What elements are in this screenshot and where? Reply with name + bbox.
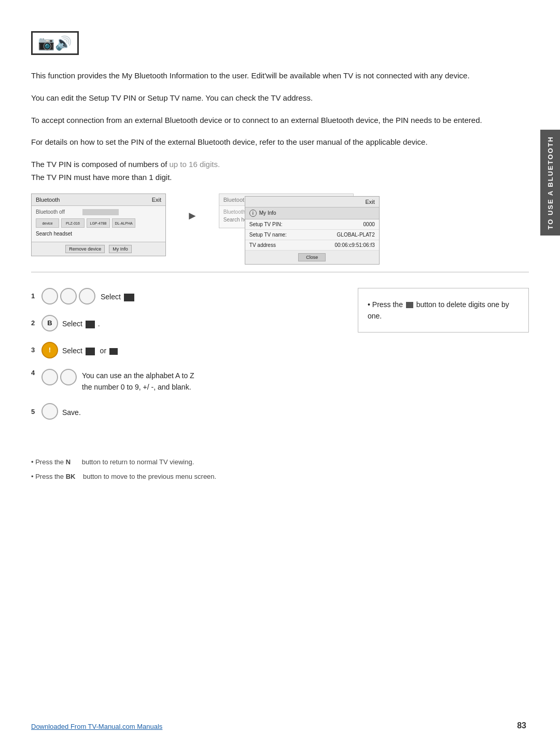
device-4: DL-ALPHA: [112, 218, 135, 228]
device-3: LGP-4788: [87, 218, 110, 228]
info-circle-icon: i: [249, 210, 257, 217]
step4-circles: [41, 369, 77, 385]
circle-1c: [79, 288, 95, 305]
paragraph-1: This function provides the My Bluetooth …: [31, 70, 529, 82]
steps-section: 1 Select 2 B Select . 3: [31, 288, 529, 431]
delete-hint-text: button to delete digits one by one.: [368, 300, 509, 320]
step-3-text: Select or: [62, 343, 119, 356]
remove-device-btn: Remove device: [65, 245, 105, 253]
popup-title-bar: Exit: [245, 197, 379, 208]
device-1: device: [36, 218, 59, 228]
setup-pin-row: Setup TV PIN: 0000: [245, 219, 379, 230]
bullet-dot: •: [368, 300, 370, 309]
exit-label-left: Exit: [152, 197, 161, 203]
my-info-btn: My Info: [109, 245, 132, 253]
popup-close-row: Close: [245, 251, 379, 264]
page-number: 83: [517, 721, 526, 730]
circle-1b: [60, 288, 77, 305]
step2-icon: [86, 321, 95, 328]
step1-circles: [41, 288, 95, 305]
popup-myinfo-header: i My Info: [245, 208, 379, 219]
screenshot-left-header: Bluetooth Exit: [32, 194, 165, 206]
delete-hint-box: • Press the button to delete digits one …: [358, 288, 529, 333]
footer-link[interactable]: Downloaded From TV-Manual.com Manuals: [31, 723, 162, 730]
myinfo-popup: Exit i My Info Setup TV PIN: 0000 Setup …: [245, 196, 380, 265]
logo: 📷🔊: [31, 31, 79, 55]
step-1: 1 Select: [31, 288, 337, 305]
device-boxes: device PLZ-016 LGP-4788 DL-ALPHA: [36, 218, 161, 228]
screenshot-right-wrapper: Bluetooth Exit Bluetooth off Search head…: [219, 193, 354, 228]
step-3: 3 ! Select or: [31, 342, 337, 358]
step3-icon2: [109, 348, 118, 355]
bt-off-row-left: Bluetooth off: [36, 209, 161, 215]
paragraph-3: To accept connection from an external Bl…: [31, 114, 529, 127]
screenshot-left-footer: Remove device My Info: [32, 242, 165, 256]
main-content: 📷🔊 This function provides the My Bluetoo…: [31, 0, 529, 482]
sidebar: TO USE A BLUETOOTH: [540, 130, 560, 236]
logo-area: 📷🔊: [31, 31, 529, 55]
paragraph-5: The TV PIN is composed of numbers of up …: [31, 158, 529, 184]
search-row-left: Search headset: [36, 231, 161, 237]
step1-icon: [124, 294, 134, 301]
circle-4b: [60, 369, 77, 385]
circle-2: B: [41, 315, 58, 331]
screenshot-left: Bluetooth Exit Bluetooth off device PLZ-…: [31, 193, 166, 256]
step-5: 5 Save.: [31, 403, 337, 420]
setup-name-row: Setup TV name: GLOBAL-PLAT2: [245, 230, 379, 240]
tv-address-row: TV address 00:06:c9:51:06:f3: [245, 240, 379, 251]
circle-1a: [41, 288, 58, 305]
step3-icon1: [86, 348, 95, 355]
paragraph-4: For details on how to set the PIN of the…: [31, 136, 529, 149]
step-2: 2 B Select .: [31, 315, 337, 331]
sidebar-text: TO USE A BLUETOOTH: [547, 136, 554, 229]
delete-btn-icon: [406, 302, 413, 308]
step-4: 4 You can use an the alphabet A to Zthe …: [31, 369, 337, 393]
popup-close-btn[interactable]: Close: [298, 253, 326, 261]
screenshots-row: Bluetooth Exit Bluetooth off device PLZ-…: [31, 193, 529, 256]
circle-4a: [41, 369, 58, 385]
device-2: PLZ-016: [61, 218, 85, 228]
screenshot-left-body: Bluetooth off device PLZ-016 LGP-4788 DL…: [32, 206, 165, 242]
right-arrow-icon: ►: [187, 209, 198, 223]
step-5-text: Save.: [62, 405, 81, 418]
step-2-text: Select .: [62, 316, 100, 329]
circle-5: [41, 403, 58, 420]
bottom-note-1: • Press the N button to return to normal…: [31, 456, 529, 468]
steps-left: 1 Select 2 B Select . 3: [31, 288, 337, 431]
circle-3: !: [41, 342, 58, 358]
step-4-text: You can use an the alphabet A to Zthe nu…: [82, 369, 194, 393]
bottom-note-2: • Press the BK button to move to the pre…: [31, 471, 529, 482]
divider: [31, 272, 529, 272]
paragraph-2: You can edit the Setup TV PIN or Setup T…: [31, 92, 529, 105]
bluetooth-label-left: Bluetooth: [36, 197, 60, 203]
arrow-connector: ►: [187, 193, 198, 223]
step-1-text: Select: [101, 289, 135, 302]
bottom-notes: • Press the N button to return to normal…: [31, 456, 529, 482]
